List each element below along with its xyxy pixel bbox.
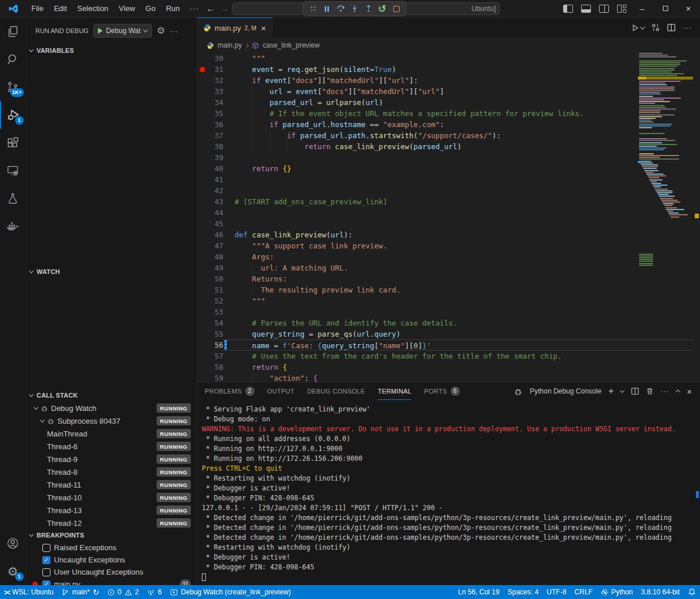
breakpoint-gutter[interactable] [197,251,208,262]
code-line[interactable]: 31 event = req.get_json(silent=True) [197,64,700,75]
panel-tab-problems[interactable]: PROBLEMS2 [205,383,255,400]
callstack-item[interactable]: Thread-11RUNNING [26,478,197,491]
accounts-icon[interactable] [0,529,26,557]
breakpoint-gutter[interactable] [197,130,208,141]
variables-header[interactable]: VARIABLES [26,44,197,57]
eol-status[interactable]: CRLF [571,585,597,599]
breakpoint-gutter[interactable] [197,262,208,273]
menu-view[interactable]: View [114,2,140,15]
code-line[interactable]: 57 # Uses the text from the card's heade… [197,351,700,362]
code-line[interactable]: 39 [197,152,700,163]
breakpoint-gutter[interactable] [197,362,208,373]
breakpoint-item[interactable]: User Uncaught Exceptions [26,566,197,578]
close-window-button[interactable]: × [677,0,700,17]
problems-status[interactable]: 0 2 [103,585,143,599]
debug-session-status[interactable]: Debug Watch (create_link_preview) [166,585,295,599]
breakpoint-gutter[interactable] [197,64,208,75]
breakpoint-gutter[interactable] [197,329,208,340]
code-line[interactable]: 48 Args: [197,251,700,262]
new-terminal-icon[interactable]: + [608,386,614,396]
breakpoint-gutter[interactable] [197,273,208,284]
indentation-status[interactable]: Spaces: 4 [503,585,542,599]
breakpoint-checkbox[interactable] [42,544,50,552]
breakpoint-gutter[interactable] [197,229,208,240]
code-line[interactable]: 40 return {} [197,163,700,174]
debug-toolbar-drag-grip[interactable] [307,3,318,15]
split-editor-icon[interactable] [667,23,676,32]
breakpoints-header[interactable]: BREAKPOINTS [26,529,197,542]
breakpoint-gutter[interactable] [197,207,208,218]
code-line[interactable]: 34 parsed_url = urlparse(url) [197,97,700,108]
code-line[interactable]: 56 name = f'Case: {query_string["name"][… [197,340,700,351]
customize-layout-icon[interactable] [617,5,626,13]
code-line[interactable]: 33 url = event["docs"]["matchedUrl"]["ur… [197,86,700,97]
encoding-status[interactable]: UTF-8 [543,585,571,599]
panel-tab-terminal[interactable]: TERMINAL [378,383,411,400]
testing-icon[interactable] [0,185,26,212]
code-line[interactable]: 59 "action": { [197,373,700,382]
breakpoint-gutter[interactable] [197,284,208,295]
breakpoint-gutter[interactable] [197,218,208,229]
minimize-button[interactable]: – [630,0,654,17]
toggle-secondary-sidebar-icon[interactable] [599,5,609,13]
code-line[interactable]: 32 if event["docs"]["matchedUrl"]["url"]… [197,75,700,86]
ports-status[interactable]: 6 [143,585,166,599]
breakpoint-item[interactable]: ✓main.py31 [26,578,197,585]
callstack-item[interactable]: Thread-12RUNNING [26,517,197,529]
callstack-item[interactable]: MainThreadRUNNING [26,427,197,440]
remote-indicator[interactable]: >< WSL: Ubuntu [0,585,57,599]
kill-terminal-trash-icon[interactable] [646,387,654,395]
git-branch-status[interactable]: main* ↻ [57,585,103,599]
code-line[interactable]: 35 # If the event object URL matches a s… [197,108,700,119]
breakpoint-gutter[interactable] [197,340,208,351]
notifications-bell[interactable] [684,585,700,599]
breakpoint-gutter[interactable] [197,351,208,362]
run-python-file-icon[interactable] [631,24,644,32]
watch-header[interactable]: WATCH [26,265,197,278]
chevron-down-icon[interactable] [34,405,38,409]
breakpoint-gutter[interactable] [197,306,208,317]
menu-file[interactable]: File [26,2,49,15]
nav-forward-icon[interactable]: → [217,3,231,13]
source-control-icon[interactable]: 1K+ [0,73,26,101]
breakpoint-gutter[interactable] [197,119,208,130]
sidebar-more-icon[interactable]: ··· [170,27,179,35]
breakpoint-gutter[interactable] [197,53,208,64]
maximize-button[interactable] [654,0,677,17]
breakpoint-icon[interactable] [200,67,205,73]
python-interpreter-version[interactable]: 3.8.10 64-bit [637,585,684,599]
restart-button[interactable]: ↺ [376,3,388,15]
launch-config-select[interactable]: Debug Wat [93,24,153,38]
step-over-button[interactable] [335,3,346,15]
panel-tab-ports[interactable]: PORTS6 [424,383,459,400]
code-line[interactable]: 58 return { [197,362,700,373]
callstack-item[interactable]: Thread-13RUNNING [26,504,197,517]
cursor-position[interactable]: Ln 56, Col 19 [454,585,503,599]
toggle-panel-icon[interactable] [581,5,591,13]
code-line[interactable]: 55 query_string = parse_qs(url.query) [197,329,700,340]
code-line[interactable]: 42 [197,185,700,196]
terminal-profile-dropdown-icon[interactable] [620,388,625,392]
editor-more-actions-icon[interactable]: ··· [683,23,692,32]
breakpoint-gutter[interactable] [197,373,208,382]
breakpoint-gutter[interactable] [197,152,208,163]
code-line[interactable]: 30 """ [197,53,700,64]
callstack-item[interactable]: Subprocess 80437RUNNING [26,414,197,427]
call-stack-header[interactable]: CALL STACK [26,389,197,402]
settings-gear-icon[interactable]: ⚙ 1 [0,557,26,585]
toggle-primary-sidebar-icon[interactable] [563,5,573,13]
breakpoint-checkbox[interactable]: ✓ [42,580,50,586]
stop-button[interactable] [390,3,402,15]
nav-back-icon[interactable]: ← [204,3,217,13]
breakpoint-gutter[interactable] [197,97,208,108]
terminal-profile-label[interactable]: Python Debug Console [529,387,601,395]
terminal-output[interactable]: * Serving Flask app 'create_link_preview… [197,400,700,585]
breakpoint-gutter[interactable] [197,185,208,196]
breakpoint-gutter[interactable] [197,86,208,97]
search-icon[interactable] [0,45,26,73]
minimap[interactable] [638,53,693,285]
language-mode[interactable]: Python [597,585,637,599]
code-line[interactable]: 53 [197,306,700,317]
code-line[interactable]: 45 [197,218,700,229]
breakpoint-checkbox[interactable]: ✓ [42,556,50,564]
